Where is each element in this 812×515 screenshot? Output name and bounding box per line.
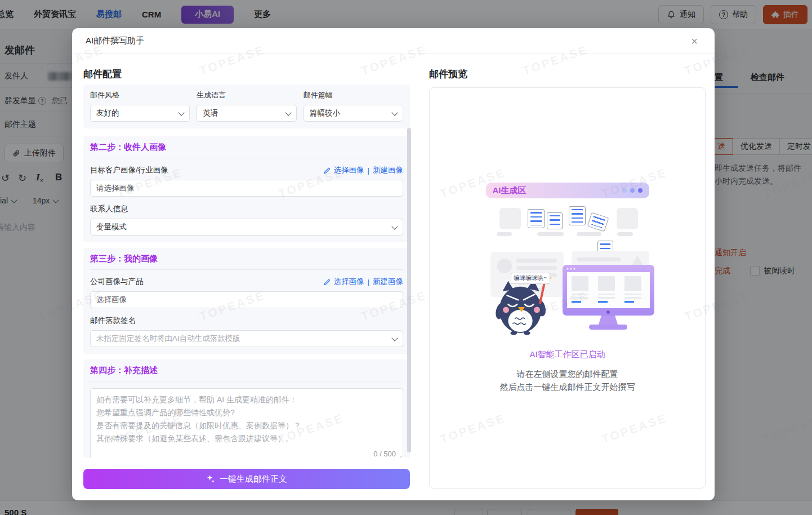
preview-hints: 请在左侧设置您的邮件配置 然后点击一键生成邮件正文开始撰写 — [500, 367, 635, 393]
sparkle-icon — [206, 474, 215, 483]
document-icon — [569, 206, 586, 225]
signature-select[interactable]: 未指定固定签名时将由AI自动生成落款模版 — [90, 330, 403, 347]
signature-label: 邮件落款签名 — [90, 316, 403, 326]
document-icon — [528, 209, 545, 228]
preview-column: 邮件预览 AI生成区 — [429, 68, 706, 489]
chevron-down-icon — [391, 223, 398, 229]
step3-title: 第三步：我的画像 — [90, 254, 403, 270]
contact-mode-value: 变量模式 — [96, 222, 127, 232]
screen: 总览 外贸资讯宝 易搜邮 CRM 小易AI 更多 通知 ? 帮助 — [0, 0, 812, 515]
chevron-down-icon — [179, 109, 185, 116]
target-persona-label: 目标客户画像/行业画像 — [90, 165, 168, 175]
basic-options-panel: 邮件风格 友好的 生成语言 英语 邮件篇幅 — [83, 85, 410, 128]
chevron-down-icon — [391, 109, 398, 116]
config-column: 邮件配置 邮件风格 友好的 生成语言 — [83, 68, 410, 81]
modal-title: AI邮件撰写助手 — [86, 35, 144, 46]
config-form: 邮件风格 友好的 生成语言 英语 邮件篇幅 — [83, 85, 410, 458]
step4-title: 第四步：补充描述 — [90, 365, 403, 381]
company-persona-label: 公司画像与产品 — [90, 277, 144, 287]
preview-hint-line1: 请在左侧设置您的邮件配置 — [500, 367, 635, 380]
company-persona-input[interactable] — [90, 291, 403, 308]
length-value: 篇幅较小 — [310, 108, 340, 118]
link-separator: | — [367, 278, 369, 286]
monitor-illustration — [562, 264, 655, 335]
language-select[interactable]: 英语 — [197, 105, 296, 122]
document-icon-tilted — [587, 212, 608, 232]
config-heading: 邮件配置 — [83, 68, 410, 81]
length-select[interactable]: 篇幅较小 — [304, 105, 403, 122]
close-icon[interactable]: × — [688, 35, 701, 47]
select-persona-link[interactable]: 选择画像 — [333, 165, 364, 175]
mail-style-label: 邮件风格 — [90, 90, 190, 100]
recipient-persona-panel: 第二步：收件人画像 目标客户画像/行业画像 选择画像 | 新建画像 — [83, 136, 410, 242]
char-counter: 0 / 500 — [373, 450, 396, 458]
generate-email-label: 一键生成邮件正文 — [220, 474, 287, 485]
signature-placeholder: 未指定固定签名时将由AI自动生成落款模版 — [96, 334, 240, 344]
description-textarea-wrap: 0 / 500 — [90, 388, 403, 458]
document-icon — [547, 212, 563, 229]
chevron-down-icon — [285, 109, 291, 116]
extra-description-panel: 第四步：补充描述 0 / 500 — [83, 359, 410, 458]
new-persona-link[interactable]: 新建画像 — [373, 277, 403, 287]
description-textarea[interactable] — [96, 393, 397, 446]
preview-hint-line2: 然后点击一键生成邮件正文开始撰写 — [500, 380, 635, 393]
placeholder-line — [497, 232, 512, 236]
mail-style-select[interactable]: 友好的 — [90, 105, 190, 122]
placeholder-line — [537, 232, 564, 236]
step2-title: 第二步：收件人画像 — [90, 142, 403, 158]
modal-header: AI邮件撰写助手 × — [72, 28, 715, 54]
placeholder-square — [499, 208, 521, 229]
window-dots-icon — [622, 188, 643, 193]
edit-pen-icon — [323, 278, 331, 286]
preview-heading: 邮件预览 — [429, 68, 706, 81]
language-label: 生成语言 — [197, 90, 296, 100]
persona-links: 选择画像 | 新建画像 — [323, 165, 403, 175]
new-persona-link[interactable]: 新建画像 — [373, 165, 403, 175]
ai-workspace-illustration: AI生成区 — [486, 183, 649, 336]
form-scrollbar[interactable] — [407, 128, 411, 452]
placeholder-line — [617, 232, 633, 236]
persona-links: 选择画像 | 新建画像 — [323, 277, 403, 287]
select-persona-link[interactable]: 选择画像 — [333, 277, 364, 287]
placeholder-line — [577, 232, 601, 236]
ai-zone-bar: AI生成区 — [486, 183, 649, 198]
owl-mascot-illustration — [492, 276, 552, 336]
contact-mode-select[interactable]: 变量模式 — [90, 219, 403, 236]
contact-info-label: 联系人信息 — [90, 204, 403, 214]
ai-zone-label: AI生成区 — [493, 185, 527, 196]
target-persona-input[interactable] — [90, 180, 403, 197]
length-label: 邮件篇幅 — [304, 90, 403, 100]
placeholder-square — [617, 208, 638, 229]
chevron-down-icon — [391, 335, 398, 341]
edit-pen-icon — [323, 167, 331, 174]
workspace-status-title: AI智能工作区已启动 — [529, 349, 605, 360]
ai-compose-modal: AI邮件撰写助手 × 邮件配置 邮件风格 友好的 — [72, 28, 715, 500]
link-separator: | — [367, 166, 369, 175]
language-value: 英语 — [203, 108, 218, 118]
preview-box: AI生成区 — [429, 87, 706, 489]
generate-email-button[interactable]: 一键生成邮件正文 — [83, 469, 410, 489]
my-persona-panel: 第三步：我的画像 公司画像与产品 选择画像 | 新建画像 邮 — [83, 248, 410, 354]
resize-handle-icon[interactable] — [396, 454, 401, 458]
mail-style-value: 友好的 — [96, 108, 119, 118]
owl-speech-bubble: 嘛咪嘛咪哄~ — [511, 273, 551, 284]
